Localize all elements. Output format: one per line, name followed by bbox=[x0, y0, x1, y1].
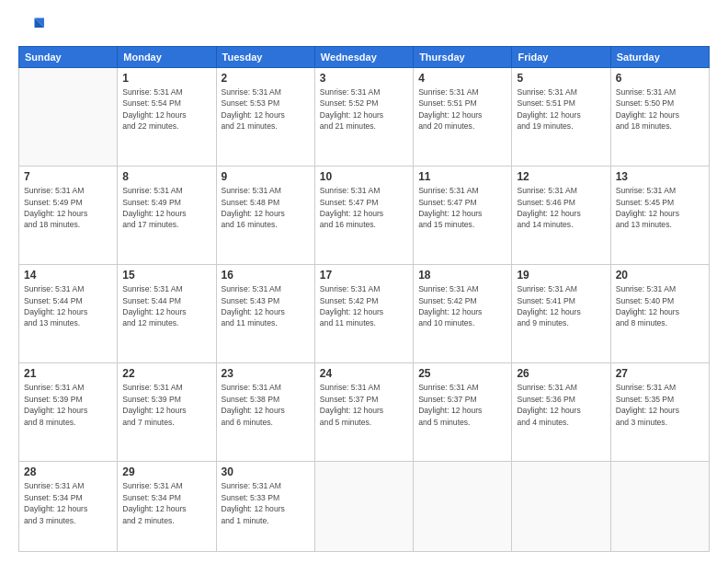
day-info: Sunrise: 5:31 AM Sunset: 5:51 PM Dayligh… bbox=[418, 86, 506, 132]
calendar-cell: 14Sunrise: 5:31 AM Sunset: 5:44 PM Dayli… bbox=[19, 265, 118, 363]
day-number: 8 bbox=[122, 170, 210, 183]
calendar-cell: 19Sunrise: 5:31 AM Sunset: 5:41 PM Dayli… bbox=[512, 265, 610, 363]
calendar-week-row: 21Sunrise: 5:31 AM Sunset: 5:39 PM Dayli… bbox=[19, 363, 710, 462]
day-info: Sunrise: 5:31 AM Sunset: 5:49 PM Dayligh… bbox=[122, 185, 210, 231]
day-info: Sunrise: 5:31 AM Sunset: 5:42 PM Dayligh… bbox=[418, 283, 506, 329]
day-number: 14 bbox=[24, 269, 112, 282]
day-number: 5 bbox=[517, 72, 605, 85]
calendar-cell: 5Sunrise: 5:31 AM Sunset: 5:51 PM Daylig… bbox=[512, 68, 610, 167]
day-info: Sunrise: 5:31 AM Sunset: 5:35 PM Dayligh… bbox=[616, 382, 704, 428]
calendar-cell: 26Sunrise: 5:31 AM Sunset: 5:36 PM Dayli… bbox=[512, 363, 610, 462]
day-number: 23 bbox=[222, 367, 310, 380]
day-number: 20 bbox=[616, 269, 704, 282]
day-info: Sunrise: 5:31 AM Sunset: 5:39 PM Dayligh… bbox=[122, 382, 210, 428]
day-info: Sunrise: 5:31 AM Sunset: 5:34 PM Dayligh… bbox=[24, 480, 112, 526]
calendar-cell: 6Sunrise: 5:31 AM Sunset: 5:50 PM Daylig… bbox=[610, 68, 709, 167]
day-info: Sunrise: 5:31 AM Sunset: 5:38 PM Dayligh… bbox=[222, 382, 310, 428]
day-number: 21 bbox=[24, 367, 112, 380]
weekday-header-tuesday: Tuesday bbox=[216, 47, 314, 68]
day-number: 4 bbox=[418, 72, 506, 85]
day-number: 12 bbox=[517, 170, 605, 183]
calendar-cell: 7Sunrise: 5:31 AM Sunset: 5:49 PM Daylig… bbox=[19, 167, 118, 265]
calendar-table: SundayMondayTuesdayWednesdayThursdayFrid… bbox=[18, 46, 710, 552]
weekday-header-thursday: Thursday bbox=[414, 47, 512, 68]
calendar-week-row: 7Sunrise: 5:31 AM Sunset: 5:49 PM Daylig… bbox=[19, 167, 710, 265]
day-info: Sunrise: 5:31 AM Sunset: 5:34 PM Dayligh… bbox=[122, 480, 210, 526]
calendar-cell: 10Sunrise: 5:31 AM Sunset: 5:47 PM Dayli… bbox=[314, 167, 413, 265]
calendar-cell bbox=[512, 462, 610, 552]
day-number: 3 bbox=[320, 72, 408, 85]
day-number: 18 bbox=[418, 269, 506, 282]
calendar-cell: 15Sunrise: 5:31 AM Sunset: 5:44 PM Dayli… bbox=[118, 265, 216, 363]
calendar-cell: 1Sunrise: 5:31 AM Sunset: 5:54 PM Daylig… bbox=[118, 68, 216, 167]
calendar-cell: 18Sunrise: 5:31 AM Sunset: 5:42 PM Dayli… bbox=[414, 265, 512, 363]
calendar-cell: 28Sunrise: 5:31 AM Sunset: 5:34 PM Dayli… bbox=[19, 462, 118, 552]
calendar-cell: 4Sunrise: 5:31 AM Sunset: 5:51 PM Daylig… bbox=[414, 68, 512, 167]
calendar-cell: 24Sunrise: 5:31 AM Sunset: 5:37 PM Dayli… bbox=[314, 363, 413, 462]
header bbox=[18, 15, 710, 40]
weekday-header-row: SundayMondayTuesdayWednesdayThursdayFrid… bbox=[19, 47, 710, 68]
calendar-cell: 22Sunrise: 5:31 AM Sunset: 5:39 PM Dayli… bbox=[118, 363, 216, 462]
day-number: 25 bbox=[418, 367, 506, 380]
day-number: 15 bbox=[122, 269, 210, 282]
calendar-cell bbox=[314, 462, 413, 552]
calendar-cell: 2Sunrise: 5:31 AM Sunset: 5:53 PM Daylig… bbox=[216, 68, 314, 167]
day-number: 30 bbox=[222, 465, 310, 478]
day-info: Sunrise: 5:31 AM Sunset: 5:50 PM Dayligh… bbox=[616, 86, 704, 132]
day-info: Sunrise: 5:31 AM Sunset: 5:46 PM Dayligh… bbox=[517, 185, 605, 231]
weekday-header-friday: Friday bbox=[512, 47, 610, 68]
calendar-cell: 29Sunrise: 5:31 AM Sunset: 5:34 PM Dayli… bbox=[118, 462, 216, 552]
day-info: Sunrise: 5:31 AM Sunset: 5:37 PM Dayligh… bbox=[418, 382, 506, 428]
calendar-cell: 12Sunrise: 5:31 AM Sunset: 5:46 PM Dayli… bbox=[512, 167, 610, 265]
day-info: Sunrise: 5:31 AM Sunset: 5:37 PM Dayligh… bbox=[320, 382, 408, 428]
day-number: 16 bbox=[222, 269, 310, 282]
day-number: 11 bbox=[418, 170, 506, 183]
day-number: 28 bbox=[24, 465, 112, 478]
day-number: 7 bbox=[24, 170, 112, 183]
calendar-cell bbox=[414, 462, 512, 552]
calendar-cell: 27Sunrise: 5:31 AM Sunset: 5:35 PM Dayli… bbox=[610, 363, 709, 462]
calendar-cell: 30Sunrise: 5:31 AM Sunset: 5:33 PM Dayli… bbox=[216, 462, 314, 552]
day-info: Sunrise: 5:31 AM Sunset: 5:47 PM Dayligh… bbox=[418, 185, 506, 231]
day-info: Sunrise: 5:31 AM Sunset: 5:36 PM Dayligh… bbox=[517, 382, 605, 428]
day-info: Sunrise: 5:31 AM Sunset: 5:49 PM Dayligh… bbox=[24, 185, 112, 231]
day-info: Sunrise: 5:31 AM Sunset: 5:43 PM Dayligh… bbox=[222, 283, 310, 329]
calendar-cell: 23Sunrise: 5:31 AM Sunset: 5:38 PM Dayli… bbox=[216, 363, 314, 462]
weekday-header-wednesday: Wednesday bbox=[314, 47, 413, 68]
day-number: 10 bbox=[320, 170, 408, 183]
weekday-header-sunday: Sunday bbox=[19, 47, 118, 68]
calendar-cell: 13Sunrise: 5:31 AM Sunset: 5:45 PM Dayli… bbox=[610, 167, 709, 265]
day-number: 26 bbox=[517, 367, 605, 380]
calendar-cell: 9Sunrise: 5:31 AM Sunset: 5:48 PM Daylig… bbox=[216, 167, 314, 265]
calendar-cell bbox=[610, 462, 709, 552]
day-number: 27 bbox=[616, 367, 704, 380]
day-number: 1 bbox=[122, 72, 210, 85]
day-info: Sunrise: 5:31 AM Sunset: 5:33 PM Dayligh… bbox=[222, 480, 310, 526]
day-info: Sunrise: 5:31 AM Sunset: 5:54 PM Dayligh… bbox=[122, 86, 210, 132]
calendar-week-row: 14Sunrise: 5:31 AM Sunset: 5:44 PM Dayli… bbox=[19, 265, 710, 363]
day-number: 13 bbox=[616, 170, 704, 183]
day-info: Sunrise: 5:31 AM Sunset: 5:52 PM Dayligh… bbox=[320, 86, 408, 132]
calendar-cell bbox=[19, 68, 118, 167]
calendar-cell: 17Sunrise: 5:31 AM Sunset: 5:42 PM Dayli… bbox=[314, 265, 413, 363]
day-number: 24 bbox=[320, 367, 408, 380]
day-info: Sunrise: 5:31 AM Sunset: 5:40 PM Dayligh… bbox=[616, 283, 704, 329]
calendar-cell: 25Sunrise: 5:31 AM Sunset: 5:37 PM Dayli… bbox=[414, 363, 512, 462]
day-number: 2 bbox=[222, 72, 310, 85]
day-info: Sunrise: 5:31 AM Sunset: 5:53 PM Dayligh… bbox=[222, 86, 310, 132]
day-info: Sunrise: 5:31 AM Sunset: 5:51 PM Dayligh… bbox=[517, 86, 605, 132]
logo bbox=[18, 15, 48, 40]
weekday-header-saturday: Saturday bbox=[610, 47, 709, 68]
day-number: 6 bbox=[616, 72, 704, 85]
logo-icon bbox=[18, 15, 44, 40]
calendar-cell: 16Sunrise: 5:31 AM Sunset: 5:43 PM Dayli… bbox=[216, 265, 314, 363]
day-info: Sunrise: 5:31 AM Sunset: 5:39 PM Dayligh… bbox=[24, 382, 112, 428]
calendar-week-row: 1Sunrise: 5:31 AM Sunset: 5:54 PM Daylig… bbox=[19, 68, 710, 167]
day-info: Sunrise: 5:31 AM Sunset: 5:42 PM Dayligh… bbox=[320, 283, 408, 329]
calendar-cell: 21Sunrise: 5:31 AM Sunset: 5:39 PM Dayli… bbox=[19, 363, 118, 462]
weekday-header-monday: Monday bbox=[118, 47, 216, 68]
day-info: Sunrise: 5:31 AM Sunset: 5:44 PM Dayligh… bbox=[122, 283, 210, 329]
calendar-cell: 20Sunrise: 5:31 AM Sunset: 5:40 PM Dayli… bbox=[610, 265, 709, 363]
day-number: 9 bbox=[222, 170, 310, 183]
day-info: Sunrise: 5:31 AM Sunset: 5:41 PM Dayligh… bbox=[517, 283, 605, 329]
